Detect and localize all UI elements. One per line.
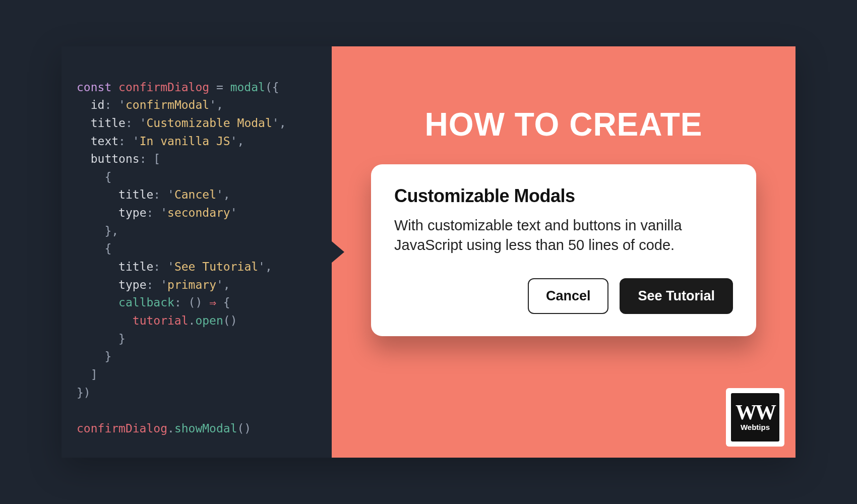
pointer-arrow-icon bbox=[331, 241, 344, 263]
code-string: secondary bbox=[167, 206, 230, 219]
code-keyword: const bbox=[77, 81, 111, 94]
code-string: In vanilla JS bbox=[140, 135, 230, 148]
hero-panel: HOW TO CREATE Customizable Modals With c… bbox=[332, 46, 795, 458]
logo-text: Webtips bbox=[741, 423, 770, 431]
code-prop: buttons bbox=[91, 152, 140, 165]
code-prop: title bbox=[118, 188, 153, 201]
logo-mark: WW bbox=[736, 403, 775, 422]
cancel-button[interactable]: Cancel bbox=[528, 278, 609, 314]
code-identifier: tutorial bbox=[133, 314, 189, 327]
code-function: modal bbox=[230, 81, 265, 94]
code-punct: = bbox=[209, 81, 230, 94]
code-prop: text bbox=[91, 135, 118, 148]
code-function: showModal bbox=[174, 422, 237, 435]
headline: HOW TO CREATE bbox=[332, 106, 795, 143]
code-punct: ({ bbox=[265, 81, 279, 94]
code-prop: type bbox=[118, 206, 146, 219]
code-prop: title bbox=[91, 116, 126, 130]
code-string: Customizable Modal bbox=[147, 116, 272, 130]
code-prop: id bbox=[91, 98, 105, 111]
code-arrow: ⇒ bbox=[209, 296, 216, 309]
code-prop: type bbox=[118, 278, 146, 291]
code-identifier: confirmDialog bbox=[118, 81, 209, 94]
modal-text: With customizable text and buttons in va… bbox=[394, 216, 733, 255]
webtips-logo: WW Webtips bbox=[726, 388, 784, 447]
modal-title: Customizable Modals bbox=[394, 185, 733, 207]
code-string: primary bbox=[167, 278, 216, 291]
code-string: See Tutorial bbox=[174, 260, 258, 273]
code-identifier: confirmDialog bbox=[77, 422, 167, 435]
see-tutorial-button[interactable]: See Tutorial bbox=[620, 278, 733, 314]
code-string: Cancel bbox=[174, 188, 216, 201]
code-prop: callback bbox=[118, 296, 174, 309]
code-snippet: const confirmDialog = modal({ id: 'confi… bbox=[62, 46, 332, 458]
code-string: confirmModal bbox=[126, 98, 209, 111]
modal-button-row: Cancel See Tutorial bbox=[394, 278, 733, 314]
modal-dialog: Customizable Modals With customizable te… bbox=[371, 164, 756, 336]
code-prop: title bbox=[118, 260, 153, 273]
code-function: open bbox=[195, 314, 223, 327]
